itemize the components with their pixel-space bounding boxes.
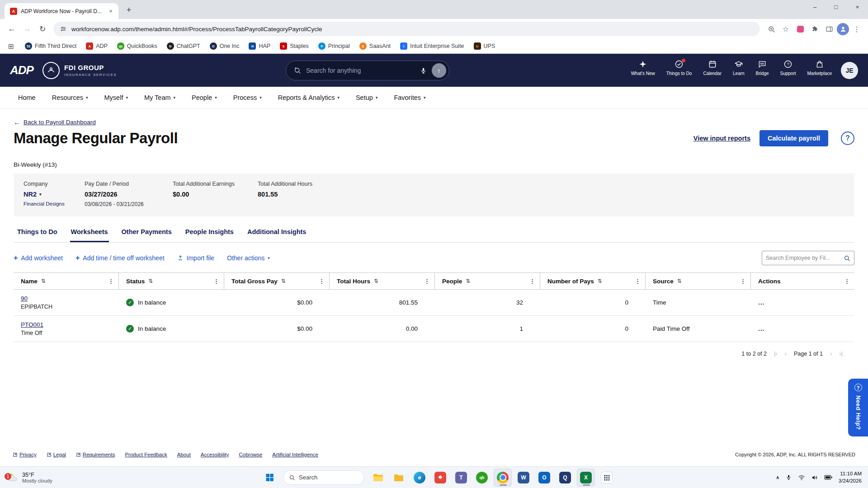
footer-product-feedback-link[interactable]: Product Feedback [125, 452, 167, 457]
edge-icon[interactable] [410, 469, 429, 487]
nav-people[interactable]: People▾ [192, 94, 217, 101]
column-header-number-of-pays[interactable]: Number of Pays ⇅ ⋮ [540, 273, 646, 289]
last-page-icon[interactable]: ›| [839, 350, 843, 357]
side-panel-icon[interactable] [822, 22, 836, 36]
extensions-puzzle-icon[interactable] [808, 22, 821, 36]
column-header-status[interactable]: Status ⇅ ⋮ [119, 273, 224, 289]
footer-ai-link[interactable]: Artificial Intelligence [272, 452, 318, 457]
sort-icon[interactable]: ⇅ [148, 278, 153, 284]
footer-cobrowse-link[interactable]: Cobrowse [239, 452, 262, 457]
footer-about-link[interactable]: About [177, 452, 191, 457]
row-actions-menu[interactable]: ... [758, 299, 764, 306]
bookmark-item[interactable]: ChatGPT [167, 42, 200, 50]
column-menu-icon[interactable]: ⋮ [319, 278, 325, 285]
bookmark-item[interactable]: One Inc [210, 42, 240, 50]
column-header-actions[interactable]: Actions ⋮ [751, 273, 854, 289]
tab-people-insights[interactable]: People Insights [184, 228, 235, 242]
column-menu-icon[interactable]: ⋮ [213, 278, 219, 285]
column-menu-icon[interactable]: ⋮ [844, 278, 850, 285]
column-header-total-hours[interactable]: Total Hours ⇅ ⋮ [330, 273, 435, 289]
other-actions-dropdown[interactable]: Other actions ▾ [227, 254, 270, 262]
bookmark-item[interactable]: SaasAnt [359, 42, 391, 50]
tab-things-to-do[interactable]: Things to Do [16, 228, 58, 242]
footer-legal-link[interactable]: Legal [47, 452, 66, 457]
browser-forward-button[interactable]: → [20, 22, 34, 36]
column-menu-icon[interactable]: ⋮ [424, 278, 430, 285]
next-page-icon[interactable]: › [830, 350, 832, 357]
calendar-button[interactable]: Calendar [703, 60, 722, 76]
tab-worksheets[interactable]: Worksheets [70, 228, 109, 242]
photos-icon[interactable] [431, 469, 449, 487]
employee-search-box[interactable] [762, 251, 854, 265]
calculate-payroll-button[interactable]: Calculate payroll [760, 130, 828, 146]
tab-other-payments[interactable]: Other Payments [121, 228, 173, 242]
nav-resources[interactable]: Resources▾ [52, 94, 88, 101]
nav-favorites[interactable]: Favorites▾ [394, 94, 425, 101]
apps-grid-icon[interactable]: ⊞ [6, 39, 15, 53]
taskbar-clock[interactable]: 11:10 AM 3/24/2026 [839, 470, 862, 484]
browser-profile-avatar[interactable] [837, 23, 849, 35]
footer-privacy-link[interactable]: Privacy [13, 452, 37, 457]
column-menu-icon[interactable]: ⋮ [108, 278, 114, 285]
nav-my-team[interactable]: My Team▾ [144, 94, 175, 101]
window-maximize-button[interactable]: □ [826, 0, 847, 19]
column-menu-icon[interactable]: ⋮ [529, 278, 535, 285]
global-search-input[interactable] [306, 67, 415, 74]
company-link[interactable]: Financial Designs [24, 201, 65, 206]
bookmark-item[interactable]: QuickBooks [117, 42, 157, 50]
bookmark-item[interactable]: Staples [280, 42, 309, 50]
folder-icon[interactable] [390, 469, 408, 487]
column-header-source[interactable]: Source ⇅ ⋮ [646, 273, 751, 289]
column-header-name[interactable]: Name ⇅ ⋮ [14, 273, 119, 289]
whats-new-button[interactable]: What's New [631, 60, 655, 76]
browser-menu-icon[interactable]: ⋮ [850, 22, 863, 36]
new-tab-button[interactable]: + [123, 4, 135, 16]
tab-additional-insights[interactable]: Additional Insights [246, 228, 307, 242]
window-close-button[interactable]: × [847, 0, 868, 19]
support-button[interactable]: ? Support [780, 60, 796, 76]
sort-icon[interactable]: ⇅ [677, 278, 682, 284]
bookmark-item[interactable]: Intuit Enterprise Suite [400, 42, 464, 50]
sort-icon[interactable]: ⇅ [281, 278, 286, 284]
sort-icon[interactable]: ⇅ [466, 278, 470, 284]
word-icon[interactable] [514, 469, 533, 487]
browser-refresh-button[interactable]: ↻ [35, 22, 50, 36]
hidden-icons-chevron[interactable]: ∧ [776, 475, 779, 480]
footer-requirements-link[interactable]: Requirements [76, 452, 115, 457]
sort-icon[interactable]: ⇅ [41, 278, 46, 284]
company-selector[interactable]: NR2 ▾ [24, 191, 80, 198]
mic-tray-icon[interactable] [785, 474, 792, 481]
worksheet-link[interactable]: 90 [21, 295, 28, 302]
row-actions-menu[interactable]: ... [758, 325, 764, 332]
nav-myself[interactable]: Myself▾ [104, 94, 128, 101]
excel-icon[interactable] [577, 469, 595, 487]
address-bar[interactable]: workforcenow.adp.com/theme/admin.html#/P… [53, 22, 760, 36]
employee-search-input[interactable] [766, 255, 844, 261]
browser-back-button[interactable]: ← [5, 22, 19, 36]
first-page-icon[interactable]: |‹ [774, 350, 778, 357]
pinned-extension-icon[interactable] [793, 22, 807, 36]
nav-reports-analytics[interactable]: Reports & Analytics▾ [278, 94, 340, 101]
chrome-icon[interactable] [494, 469, 512, 487]
user-avatar[interactable]: JE [841, 62, 858, 79]
search-submit-button[interactable]: ↑ [432, 63, 446, 78]
bookmark-star-icon[interactable]: ☆ [779, 22, 793, 36]
column-menu-icon[interactable]: ⋮ [635, 278, 641, 285]
marketplace-button[interactable]: Marketplace [807, 60, 832, 76]
bookmark-item[interactable]: Principal [318, 42, 350, 50]
bookmark-item[interactable]: UPS [474, 42, 495, 50]
quickbooks-icon[interactable] [473, 469, 491, 487]
mic-icon[interactable] [420, 67, 427, 75]
sort-icon[interactable]: ⇅ [598, 278, 602, 284]
previous-page-icon[interactable]: ‹ [785, 350, 787, 357]
import-file-button[interactable]: Import file [177, 254, 214, 262]
wifi-icon[interactable] [798, 474, 805, 481]
nav-process[interactable]: Process▾ [233, 94, 262, 101]
start-button[interactable] [260, 469, 278, 487]
apps-grid-icon[interactable] [598, 469, 616, 487]
file-explorer-icon[interactable] [369, 469, 387, 487]
footer-accessibility-link[interactable]: Accessibility [201, 452, 229, 457]
help-icon[interactable]: ? [841, 131, 854, 145]
teams-icon[interactable] [452, 469, 470, 487]
bookmark-item[interactable]: ADP [86, 42, 108, 50]
